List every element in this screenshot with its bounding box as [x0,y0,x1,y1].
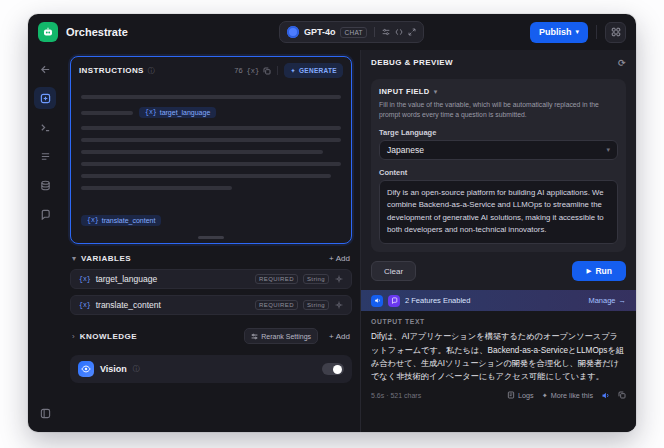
play-icon: ▶ [586,267,591,275]
vision-feature-icon [78,361,94,377]
variable-icon: {x} [79,302,91,309]
knowledge-title: KNOWLEDGE [80,332,137,341]
output-stats: 5.6s · 521 chars [371,392,421,399]
collapse-sidebar-button[interactable] [34,402,56,424]
list-icon [40,151,51,162]
feature-citation-icon [388,295,400,307]
app-logo [38,22,58,42]
expand-icon[interactable] [408,28,416,36]
input-field-header[interactable]: INPUT FIELD ▾ [379,87,618,96]
sidebar-item-logs[interactable] [34,145,56,167]
sidebar-rail [28,50,62,432]
panel-icon [40,408,51,419]
eye-icon [81,364,91,374]
app-window: Orchestrate GPT-4o CHAT Publish ▾ [28,14,636,432]
variable-icon[interactable]: {x} [247,67,260,75]
skeleton-line [81,186,232,190]
output-meta-row: 5.6s · 521 chars Logs ✦ More like this [371,391,626,400]
variable-chip-translate-content[interactable]: {x} translate_content [81,215,161,226]
skeleton-line [81,162,341,166]
variable-settings-icon[interactable] [335,275,343,283]
input-field-card: INPUT FIELD ▾ Fill in the value of the v… [371,79,626,252]
target-language-value: Japanese [387,145,424,155]
app-title: Orchestrate [66,26,128,38]
model-provider-icon [287,26,299,38]
speaker-icon[interactable] [601,391,610,400]
arrow-right-icon: → [619,296,627,305]
instructions-card[interactable]: INSTRUCTIONS ⓘ 76 {x} ✦ GENERATE [70,56,352,244]
variable-icon: {x} [79,276,91,283]
add-knowledge-button[interactable]: + Add [329,332,350,341]
restart-icon[interactable]: ⟳ [618,58,626,68]
plus-icon: + [329,332,334,341]
toggle-knob [333,365,342,374]
generate-label: GENERATE [299,67,337,74]
manage-features-link[interactable]: Manage → [588,296,626,305]
extensions-button[interactable] [605,22,626,43]
knowledge-section-header[interactable]: › KNOWLEDGE Rerank Settings + Add [70,323,352,347]
sidebar-item-orchestrate[interactable] [34,87,56,109]
run-button[interactable]: ▶ Run [572,261,626,281]
generate-button[interactable]: ✦ GENERATE [284,63,343,78]
variable-settings-icon[interactable] [335,301,343,309]
scroll-indicator[interactable] [198,236,224,239]
variable-row-target-language[interactable]: {x} target_language REQUIRED String [70,269,352,289]
debug-preview-panel: DEBUG & PREVIEW ⟳ INPUT FIELD ▾ Fill in … [360,50,636,432]
vision-title: Vision [100,364,127,374]
skeleton-line [81,174,331,178]
sidebar-item-annotations[interactable] [34,203,56,225]
vision-card: Vision ⓘ [70,355,352,383]
content-label: Content [379,168,618,177]
copy-output-icon[interactable] [618,391,626,399]
logs-button[interactable]: Logs [507,391,534,400]
model-name: GPT-4o [304,27,336,37]
copy-icon[interactable] [263,67,271,75]
model-selector[interactable]: GPT-4o CHAT [279,21,424,43]
content-textarea[interactable]: Dify is an open-source platform for buil… [379,180,618,244]
debug-title: DEBUG & PREVIEW [371,58,453,67]
chevron-down-icon: ▾ [606,146,610,154]
skeleton-line [81,111,133,115]
target-language-select[interactable]: Japanese ▾ [379,140,618,160]
skeleton-line [81,138,341,142]
chevron-right-icon: › [72,332,75,341]
input-field-title: INPUT FIELD [379,87,430,96]
type-badge: String [303,300,329,310]
prompt-editor[interactable]: {x} target_language {x} translate_conten… [71,80,351,243]
more-like-this-button[interactable]: ✦ More like this [542,391,593,400]
debug-header: DEBUG & PREVIEW ⟳ [361,50,636,75]
clear-button[interactable]: Clear [371,261,416,281]
terminal-icon [40,122,51,133]
target-language-label: Targe Language [379,128,618,137]
model-mode-badge: CHAT [340,27,366,38]
variable-chip-target-language[interactable]: {x} target_language [139,107,216,118]
annotation-icon [40,209,51,220]
vision-toggle[interactable] [322,363,344,375]
char-count: 76 [234,66,242,75]
instructions-header: INSTRUCTIONS ⓘ 76 {x} ✦ GENERATE [71,57,351,80]
features-banner: 2 Features Enabled Manage → [361,290,636,311]
publish-button[interactable]: Publish ▾ [530,22,588,43]
token-icon[interactable] [395,28,403,36]
skeleton-line [81,126,341,130]
robot-icon [42,26,54,38]
add-variable-button[interactable]: + Add [329,254,350,263]
rerank-settings-button[interactable]: Rerank Settings [244,328,318,344]
required-badge: REQUIRED [255,300,298,310]
sidebar-item-datasets[interactable] [34,174,56,196]
database-icon [40,180,51,191]
back-button[interactable] [34,58,56,80]
info-icon: ⓘ [133,364,140,374]
action-row: Clear ▶ Run [371,261,626,281]
input-field-description: Fill in the value of the variable, which… [379,100,618,120]
sparkle-icon: ✦ [542,391,548,400]
skeleton-line [81,150,323,154]
sidebar-item-api[interactable] [34,116,56,138]
variable-row-translate-content[interactable]: {x} translate_content REQUIRED String [70,295,352,315]
chevron-down-icon: ▾ [72,254,76,263]
orchestrate-panel: INSTRUCTIONS ⓘ 76 {x} ✦ GENERATE [62,50,360,432]
chevron-down-icon: ▾ [575,28,579,36]
features-count: 2 Features Enabled [405,296,470,305]
tune-icon[interactable] [382,28,390,36]
variables-section-header[interactable]: ▾ VARIABLES + Add [70,249,352,266]
